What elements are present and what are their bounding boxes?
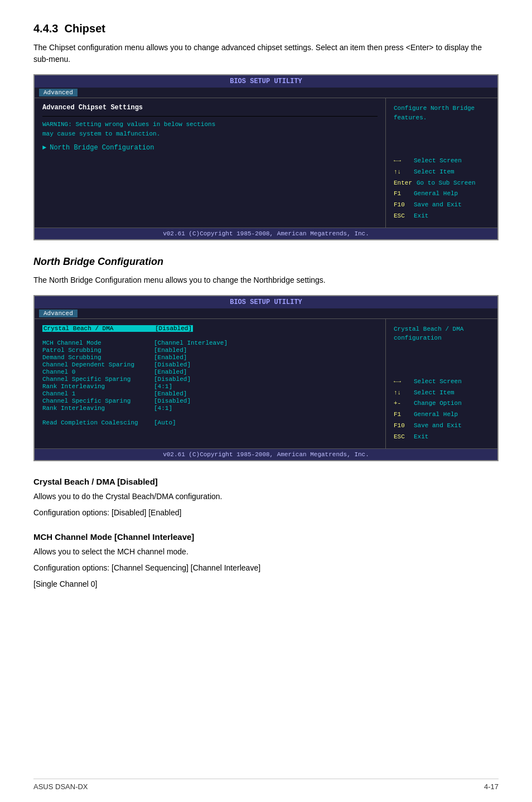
bios-tab-bar-2: Advanced: [35, 308, 497, 319]
bios-title-bar-1: BIOS SETUP UTILITY: [35, 75, 497, 88]
intro-text: The Chipset configuration menu allows yo…: [33, 42, 499, 65]
subsection-text-mch-0: Allows you to select the MCH channel mod…: [33, 546, 499, 558]
bios-menu-north-bridge[interactable]: ► North Bridge Configuration: [42, 144, 378, 152]
bios-right-desc-1: Configure North Bridge features.: [394, 104, 490, 122]
table-row: Channel 0 [Enabled]: [42, 369, 378, 375]
bios-warning: WARNING: Setting wrong values in below s…: [42, 120, 378, 138]
footer-left: ASUS DSAN-DX: [33, 782, 88, 791]
bios-table: Crystal Beach / DMA [Disabled] MCH Chann…: [42, 325, 378, 426]
subsection-text-mch-2: [Single Channel 0]: [33, 578, 499, 590]
bios-content-2: Crystal Beach / DMA [Disabled] MCH Chann…: [35, 319, 497, 448]
table-row: Rank Interleaving [4:1]: [42, 383, 378, 390]
bios-content-1: Advanced Chipset Settings WARNING: Setti…: [35, 98, 497, 228]
bios-title-bar-2: BIOS SETUP UTILITY: [35, 296, 497, 308]
nb-intro-text: The North Bridge Configuration menu allo…: [33, 274, 499, 286]
key-row-5: ESC Exit: [394, 211, 490, 222]
bios-right-desc-2: Crystal Beach / DMA configuration: [394, 325, 490, 343]
key2-row-5: ESC Exit: [394, 432, 490, 443]
key-row-1: ↑↓ Select Item: [394, 167, 490, 178]
bios-right-2: Crystal Beach / DMA configuration ←→ Sel…: [386, 319, 497, 448]
bios-right-1: Configure North Bridge features. ←→ Sele…: [386, 98, 497, 228]
subsection-text-crystal-1: Configuration options: [Disabled] [Enabl…: [33, 507, 499, 519]
subsection-text-mch-1: Configuration options: [Channel Sequenci…: [33, 562, 499, 574]
table-row: Channel Dependent Sparing [Disabled]: [42, 361, 378, 368]
table-row: Demand Scrubbing [Enabled]: [42, 354, 378, 361]
bios-tab-advanced-2: Advanced: [39, 310, 78, 317]
key2-row-3: F1 General Help: [394, 409, 490, 421]
key2-row-0: ←→ Select Screen: [394, 376, 490, 388]
section-title: 4.4.3 Chipset: [33, 22, 499, 35]
subsection-title-mch: MCH Channel Mode [Channel Interleave]: [33, 532, 499, 542]
table-row: [42, 412, 378, 419]
bios-footer-1: v02.61 (C)Copyright 1985-2008, American …: [35, 228, 497, 239]
table-row: [42, 332, 378, 339]
table-row: Channel 1 [Enabled]: [42, 390, 378, 397]
table-row: Read Completion Coalescing [Auto]: [42, 419, 378, 426]
bios-keys-2: ←→ Select Screen ↑↓ Select Item +- Chang…: [394, 376, 490, 443]
bios-tab-bar-1: Advanced: [35, 88, 497, 98]
table-row: Crystal Beach / DMA [Disabled]: [42, 325, 378, 332]
bios-col2-highlight: [Disabled]: [154, 325, 193, 332]
table-row: Channel Specific Sparing [Disabled]: [42, 398, 378, 404]
bios-left-2: Crystal Beach / DMA [Disabled] MCH Chann…: [35, 319, 386, 448]
subsection-title-crystal: Crystal Beach / DMA [Disabled]: [33, 477, 499, 486]
bios-left-1: Advanced Chipset Settings WARNING: Setti…: [35, 98, 386, 228]
page-footer: ASUS DSAN-DX 4-17: [33, 779, 499, 791]
bios-box-2: BIOS SETUP UTILITY Advanced Crystal Beac…: [33, 295, 499, 461]
subsection-text-crystal-0: Allows you to do the Crystal Beach/DMA c…: [33, 491, 499, 503]
footer-right: 4-17: [484, 782, 499, 791]
key2-row-4: F10 Save and Exit: [394, 421, 490, 432]
bios-left-heading-1: Advanced Chipset Settings: [42, 104, 378, 112]
table-row: Patrol Scrubbing [Enabled]: [42, 347, 378, 354]
key2-row-2: +- Change Option: [394, 398, 490, 409]
arrow-icon: ►: [42, 144, 46, 152]
bios-keys-1: ←→ Select Screen ↑↓ Select Item Enter Go…: [394, 156, 490, 222]
table-row: Channel Specific Sparing [Disabled]: [42, 376, 378, 383]
bios-tab-advanced-1: Advanced: [39, 89, 78, 96]
key-row-0: ←→ Select Screen: [394, 156, 490, 167]
key2-row-1: ↑↓ Select Item: [394, 388, 490, 399]
table-row: Rank Interleaving [4:1]: [42, 405, 378, 412]
bios-col1-highlight: Crystal Beach / DMA: [42, 325, 154, 332]
key-row-4: F10 Save and Exit: [394, 200, 490, 211]
nb-section-title: North Bridge Configuration: [33, 256, 499, 268]
bios-footer-2: v02.61 (C)Copyright 1985-2008, American …: [35, 448, 497, 460]
key-row-3: F1 General Help: [394, 189, 490, 200]
table-row: MCH Channel Mode [Channel Interleave]: [42, 340, 378, 346]
key-row-2: Enter Go to Sub Screen: [394, 178, 490, 189]
bios-box-1: BIOS SETUP UTILITY Advanced Advanced Chi…: [33, 74, 499, 240]
